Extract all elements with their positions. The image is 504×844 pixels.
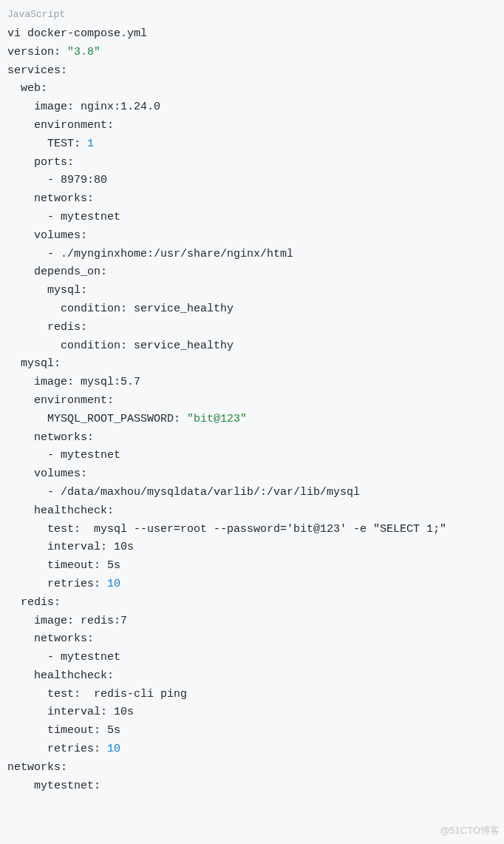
line: redis: xyxy=(7,321,87,334)
line: - ./mynginxhome:/usr/share/nginx/html xyxy=(7,248,293,260)
line: web: xyxy=(7,82,47,95)
lang-label: JavaScript xyxy=(7,6,497,24)
line: networks: xyxy=(7,192,94,205)
line: mysql: xyxy=(7,357,61,370)
line: services: xyxy=(7,64,67,77)
line: condition: service_healthy xyxy=(7,303,234,315)
line: - /data/maxhou/mysqldata/varlib/:/var/li… xyxy=(7,486,360,499)
line: volumes: xyxy=(7,229,87,242)
line: condition: service_healthy xyxy=(7,340,234,352)
line: version: "3.8" xyxy=(7,46,101,58)
code-block: JavaScript vi docker-compose.yml version… xyxy=(0,0,504,801)
line: image: mysql:5.7 xyxy=(7,376,140,388)
line: timeout: 5s xyxy=(7,724,120,737)
line: - 8979:80 xyxy=(7,174,107,186)
line: volumes: xyxy=(7,467,87,480)
line: environment: xyxy=(7,394,114,407)
line: TEST: 1 xyxy=(7,138,94,150)
line: retries: 10 xyxy=(7,578,120,590)
code-content: vi docker-compose.yml version: "3.8" ser… xyxy=(7,25,497,795)
line: redis: xyxy=(7,596,61,609)
line: networks: xyxy=(7,761,67,774)
line: ports: xyxy=(7,156,74,169)
line: image: nginx:1.24.0 xyxy=(7,101,160,113)
line: healthcheck: xyxy=(7,669,114,682)
line: test: mysql --user=root --password='bit@… xyxy=(7,523,446,536)
line: - mytestnet xyxy=(7,651,120,664)
line: timeout: 5s xyxy=(7,559,120,572)
line: - mytestnet xyxy=(7,211,120,223)
line: depends_on: xyxy=(7,266,107,278)
line: image: redis:7 xyxy=(7,615,127,627)
line: mysql: xyxy=(7,284,87,297)
line: MYSQL_ROOT_PASSWORD: "bit@123" xyxy=(7,413,247,425)
line: test: redis-cli ping xyxy=(7,688,187,700)
line: retries: 10 xyxy=(7,743,120,755)
line: vi docker-compose.yml xyxy=(7,27,147,40)
watermark: @51CTO博客 xyxy=(440,822,500,840)
line: mytestnet: xyxy=(7,780,101,792)
line: interval: 10s xyxy=(7,706,134,718)
line: healthcheck: xyxy=(7,504,114,517)
line: interval: 10s xyxy=(7,541,134,553)
line: networks: xyxy=(7,431,94,444)
line: environment: xyxy=(7,119,114,132)
line: - mytestnet xyxy=(7,449,120,462)
line: networks: xyxy=(7,632,94,645)
